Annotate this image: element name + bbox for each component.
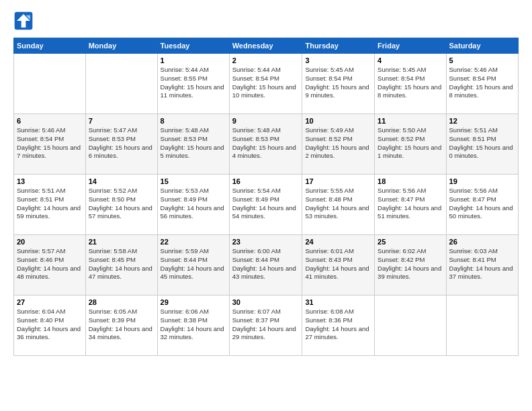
day-cell: 4Sunrise: 5:45 AMSunset: 8:54 PMDaylight… <box>375 54 446 114</box>
day-info: Sunrise: 5:46 AMSunset: 8:54 PMDaylight:… <box>449 66 515 100</box>
logo <box>13 11 36 31</box>
day-info: Sunrise: 5:56 AMSunset: 8:47 PMDaylight:… <box>378 187 443 221</box>
header-day-saturday: Saturday <box>446 38 518 54</box>
day-number: 16 <box>232 177 300 185</box>
day-cell <box>446 295 518 356</box>
day-number: 10 <box>305 117 371 125</box>
day-info: Sunrise: 6:05 AMSunset: 8:39 PMDaylight:… <box>89 308 154 342</box>
page: SundayMondayTuesdayWednesdayThursdayFrid… <box>0 0 532 411</box>
day-info: Sunrise: 5:53 AMSunset: 8:49 PMDaylight:… <box>161 187 226 221</box>
header-day-monday: Monday <box>85 38 157 54</box>
header-day-friday: Friday <box>375 38 446 54</box>
day-cell: 13Sunrise: 5:51 AMSunset: 8:51 PMDayligh… <box>14 175 86 235</box>
calendar-body: 1Sunrise: 5:44 AMSunset: 8:55 PMDaylight… <box>14 54 519 356</box>
day-cell: 17Sunrise: 5:55 AMSunset: 8:48 PMDayligh… <box>302 175 375 235</box>
day-number: 2 <box>232 56 300 64</box>
day-cell: 31Sunrise: 6:08 AMSunset: 8:36 PMDayligh… <box>302 295 375 356</box>
day-number: 25 <box>378 238 443 246</box>
week-row-4: 20Sunrise: 5:57 AMSunset: 8:46 PMDayligh… <box>14 235 519 295</box>
day-number: 15 <box>161 177 226 185</box>
day-number: 22 <box>161 238 226 246</box>
day-cell: 25Sunrise: 6:02 AMSunset: 8:42 PMDayligh… <box>375 235 446 295</box>
day-cell: 23Sunrise: 6:00 AMSunset: 8:44 PMDayligh… <box>229 235 302 295</box>
day-info: Sunrise: 5:55 AMSunset: 8:48 PMDaylight:… <box>305 187 371 221</box>
day-cell <box>85 54 157 114</box>
day-number: 24 <box>305 238 371 246</box>
header <box>13 11 519 31</box>
day-info: Sunrise: 5:51 AMSunset: 8:51 PMDaylight:… <box>449 126 515 161</box>
day-cell: 3Sunrise: 5:45 AMSunset: 8:54 PMDaylight… <box>302 54 375 114</box>
day-cell: 28Sunrise: 6:05 AMSunset: 8:39 PMDayligh… <box>85 295 157 356</box>
header-row: SundayMondayTuesdayWednesdayThursdayFrid… <box>14 38 519 54</box>
day-number: 21 <box>89 238 154 246</box>
day-cell: 10Sunrise: 5:49 AMSunset: 8:52 PMDayligh… <box>302 114 375 175</box>
day-number: 7 <box>89 117 154 125</box>
day-number: 28 <box>89 298 154 306</box>
day-number: 4 <box>378 56 443 64</box>
day-info: Sunrise: 5:46 AMSunset: 8:54 PMDaylight:… <box>17 126 83 161</box>
day-info: Sunrise: 5:50 AMSunset: 8:52 PMDaylight:… <box>378 126 443 161</box>
day-cell: 22Sunrise: 5:59 AMSunset: 8:44 PMDayligh… <box>157 235 229 295</box>
day-info: Sunrise: 6:08 AMSunset: 8:36 PMDaylight:… <box>305 308 371 342</box>
day-number: 3 <box>305 56 371 64</box>
day-cell <box>375 295 446 356</box>
week-row-3: 13Sunrise: 5:51 AMSunset: 8:51 PMDayligh… <box>14 175 519 235</box>
day-number: 19 <box>449 177 515 185</box>
day-cell: 24Sunrise: 6:01 AMSunset: 8:43 PMDayligh… <box>302 235 375 295</box>
day-number: 8 <box>161 117 226 125</box>
day-info: Sunrise: 5:52 AMSunset: 8:50 PMDaylight:… <box>89 187 154 221</box>
day-cell: 9Sunrise: 5:48 AMSunset: 8:53 PMDaylight… <box>229 114 302 175</box>
day-number: 29 <box>161 298 226 306</box>
day-cell: 19Sunrise: 5:56 AMSunset: 8:47 PMDayligh… <box>446 175 518 235</box>
day-number: 27 <box>17 298 83 306</box>
calendar-header: SundayMondayTuesdayWednesdayThursdayFrid… <box>14 38 519 54</box>
day-info: Sunrise: 6:01 AMSunset: 8:43 PMDaylight:… <box>305 247 371 281</box>
day-number: 31 <box>305 298 371 306</box>
day-cell: 16Sunrise: 5:54 AMSunset: 8:49 PMDayligh… <box>229 175 302 235</box>
day-info: Sunrise: 6:02 AMSunset: 8:42 PMDaylight:… <box>378 247 443 281</box>
header-day-sunday: Sunday <box>14 38 86 54</box>
day-number: 9 <box>232 117 300 125</box>
day-number: 14 <box>89 177 154 185</box>
day-info: Sunrise: 5:59 AMSunset: 8:44 PMDaylight:… <box>161 247 226 281</box>
header-day-thursday: Thursday <box>302 38 375 54</box>
day-number: 30 <box>232 298 300 306</box>
day-cell: 20Sunrise: 5:57 AMSunset: 8:46 PMDayligh… <box>14 235 86 295</box>
day-cell: 27Sunrise: 6:04 AMSunset: 8:40 PMDayligh… <box>14 295 86 356</box>
day-cell: 1Sunrise: 5:44 AMSunset: 8:55 PMDaylight… <box>157 54 229 114</box>
day-info: Sunrise: 5:54 AMSunset: 8:49 PMDaylight:… <box>232 187 300 221</box>
day-cell: 6Sunrise: 5:46 AMSunset: 8:54 PMDaylight… <box>14 114 86 175</box>
day-info: Sunrise: 5:44 AMSunset: 8:55 PMDaylight:… <box>161 66 226 100</box>
day-info: Sunrise: 5:45 AMSunset: 8:54 PMDaylight:… <box>378 66 443 100</box>
day-info: Sunrise: 5:44 AMSunset: 8:54 PMDaylight:… <box>232 66 300 100</box>
day-cell: 18Sunrise: 5:56 AMSunset: 8:47 PMDayligh… <box>375 175 446 235</box>
day-cell: 30Sunrise: 6:07 AMSunset: 8:37 PMDayligh… <box>229 295 302 356</box>
day-cell: 26Sunrise: 6:03 AMSunset: 8:41 PMDayligh… <box>446 235 518 295</box>
day-number: 26 <box>449 238 515 246</box>
day-cell: 29Sunrise: 6:06 AMSunset: 8:38 PMDayligh… <box>157 295 229 356</box>
day-info: Sunrise: 6:00 AMSunset: 8:44 PMDaylight:… <box>232 247 300 281</box>
day-number: 12 <box>449 117 515 125</box>
day-info: Sunrise: 6:06 AMSunset: 8:38 PMDaylight:… <box>161 308 226 342</box>
week-row-2: 6Sunrise: 5:46 AMSunset: 8:54 PMDaylight… <box>14 114 519 175</box>
day-cell: 12Sunrise: 5:51 AMSunset: 8:51 PMDayligh… <box>446 114 518 175</box>
day-info: Sunrise: 5:56 AMSunset: 8:47 PMDaylight:… <box>449 187 515 221</box>
day-number: 11 <box>378 117 443 125</box>
day-info: Sunrise: 6:07 AMSunset: 8:37 PMDaylight:… <box>232 308 300 342</box>
day-info: Sunrise: 5:57 AMSunset: 8:46 PMDaylight:… <box>17 247 83 281</box>
day-info: Sunrise: 6:04 AMSunset: 8:40 PMDaylight:… <box>17 308 83 342</box>
day-info: Sunrise: 5:49 AMSunset: 8:52 PMDaylight:… <box>305 126 371 161</box>
day-cell: 2Sunrise: 5:44 AMSunset: 8:54 PMDaylight… <box>229 54 302 114</box>
day-number: 1 <box>161 56 226 64</box>
day-cell: 14Sunrise: 5:52 AMSunset: 8:50 PMDayligh… <box>85 175 157 235</box>
day-info: Sunrise: 5:48 AMSunset: 8:53 PMDaylight:… <box>232 126 300 161</box>
day-cell: 11Sunrise: 5:50 AMSunset: 8:52 PMDayligh… <box>375 114 446 175</box>
day-cell: 21Sunrise: 5:58 AMSunset: 8:45 PMDayligh… <box>85 235 157 295</box>
day-cell: 5Sunrise: 5:46 AMSunset: 8:54 PMDaylight… <box>446 54 518 114</box>
day-info: Sunrise: 5:45 AMSunset: 8:54 PMDaylight:… <box>305 66 371 100</box>
day-cell <box>14 54 86 114</box>
day-info: Sunrise: 5:47 AMSunset: 8:53 PMDaylight:… <box>89 126 154 161</box>
day-info: Sunrise: 6:03 AMSunset: 8:41 PMDaylight:… <box>449 247 515 281</box>
week-row-1: 1Sunrise: 5:44 AMSunset: 8:55 PMDaylight… <box>14 54 519 114</box>
day-info: Sunrise: 5:48 AMSunset: 8:53 PMDaylight:… <box>161 126 226 161</box>
